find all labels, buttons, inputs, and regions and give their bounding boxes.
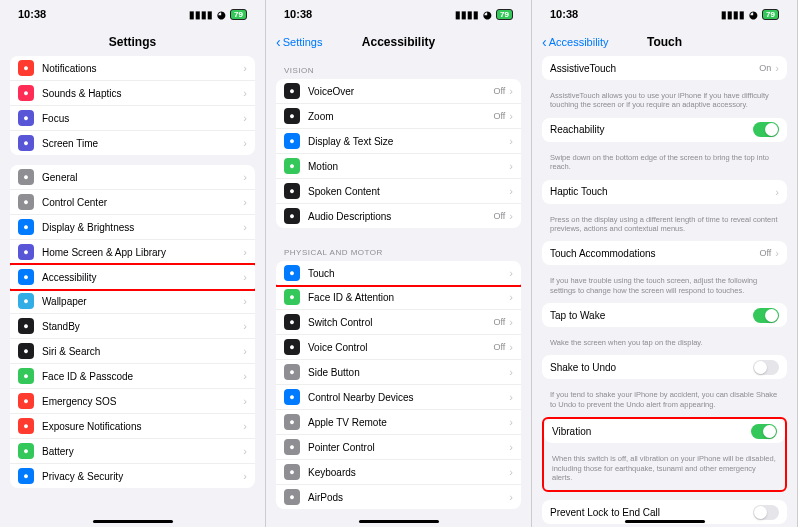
- display-icon: ●: [18, 219, 34, 235]
- standby-icon: ●: [18, 318, 34, 334]
- chevron-right-icon: ›: [243, 196, 247, 208]
- row-keyboards[interactable]: ●Keyboards›: [276, 460, 521, 485]
- row-haptic-touch[interactable]: Haptic Touch›: [542, 180, 787, 204]
- row-controlcenter[interactable]: ●Control Center›: [10, 190, 255, 215]
- status-time: 10:38: [284, 8, 312, 20]
- nearby-icon: ●: [284, 389, 300, 405]
- row-battery[interactable]: ●Battery›: [10, 439, 255, 464]
- row-label: StandBy: [42, 321, 243, 332]
- row-reachability[interactable]: Reachability: [542, 118, 787, 142]
- row-switchc[interactable]: ●Switch ControlOff›: [276, 310, 521, 335]
- row-textsize[interactable]: ●Display & Text Size›: [276, 129, 521, 154]
- chevron-right-icon: ›: [243, 62, 247, 74]
- row-label: Face ID & Passcode: [42, 371, 243, 382]
- row-appletv[interactable]: ●Apple TV Remote›: [276, 410, 521, 435]
- battery-icon: 79: [230, 9, 247, 20]
- row-notifications[interactable]: ●Notifications›: [10, 56, 255, 81]
- row-screentime[interactable]: ●Screen Time›: [10, 131, 255, 155]
- row-label: Side Button: [308, 367, 509, 378]
- row-vibration[interactable]: Vibration: [544, 419, 785, 443]
- row-siri[interactable]: ●Siri & Search›: [10, 339, 255, 364]
- voiceover-icon: ●: [284, 83, 300, 99]
- section-physical: PHYSICAL AND MOTOR: [276, 238, 521, 261]
- row-label: Focus: [42, 113, 243, 124]
- row-touch[interactable]: ●Touch›: [276, 261, 521, 287]
- row-label: Tap to Wake: [550, 310, 753, 321]
- home-indicator[interactable]: [625, 520, 705, 523]
- row-sidebtn[interactable]: ●Side Button›: [276, 360, 521, 385]
- home-indicator[interactable]: [93, 520, 173, 523]
- row-display[interactable]: ●Display & Brightness›: [10, 215, 255, 240]
- row-sos[interactable]: ●Emergency SOS›: [10, 389, 255, 414]
- chevron-right-icon: ›: [509, 416, 513, 428]
- row-accessibility[interactable]: ●Accessibility›: [10, 263, 255, 291]
- toggle[interactable]: [753, 308, 779, 323]
- row-zoom[interactable]: ●ZoomOff›: [276, 104, 521, 129]
- chevron-right-icon: ›: [243, 345, 247, 357]
- row-exposure[interactable]: ●Exposure Notifications›: [10, 414, 255, 439]
- chevron-right-icon: ›: [509, 391, 513, 403]
- chevron-right-icon: ›: [243, 470, 247, 482]
- faceatt-icon: ●: [284, 289, 300, 305]
- toggle[interactable]: [751, 424, 777, 439]
- row-label: Switch Control: [308, 317, 493, 328]
- row-label: Apple TV Remote: [308, 417, 509, 428]
- footer-text: AssistiveTouch allows you to use your iP…: [542, 88, 787, 118]
- row-general[interactable]: ●General›: [10, 165, 255, 190]
- row-pointer[interactable]: ●Pointer Control›: [276, 435, 521, 460]
- homescreen-icon: ●: [18, 244, 34, 260]
- section-vision: VISION: [276, 56, 521, 79]
- row-label: Display & Brightness: [42, 222, 243, 233]
- row-label: Notifications: [42, 63, 243, 74]
- row-assistivetouch[interactable]: AssistiveTouchOn›: [542, 56, 787, 80]
- navbar: ‹ Settings Accessibility: [266, 28, 531, 56]
- row-airpods[interactable]: ●AirPods›: [276, 485, 521, 509]
- row-value: Off: [493, 86, 505, 96]
- back-button[interactable]: ‹ Accessibility: [542, 35, 609, 49]
- controlcenter-icon: ●: [18, 194, 34, 210]
- row-audiodesc[interactable]: ●Audio DescriptionsOff›: [276, 204, 521, 228]
- row-faceatt[interactable]: ●Face ID & Attention›: [276, 285, 521, 310]
- row-shake-to-undo[interactable]: Shake to Undo: [542, 355, 787, 379]
- row-value: Off: [493, 317, 505, 327]
- row-label: Control Nearby Devices: [308, 392, 509, 403]
- row-wallpaper[interactable]: ●Wallpaper›: [10, 289, 255, 314]
- row-value: Off: [493, 111, 505, 121]
- back-button[interactable]: ‹ Settings: [276, 35, 322, 49]
- toggle[interactable]: [753, 360, 779, 375]
- row-voicec[interactable]: ●Voice ControlOff›: [276, 335, 521, 360]
- row-focus[interactable]: ●Focus›: [10, 106, 255, 131]
- chevron-right-icon: ›: [509, 466, 513, 478]
- textsize-icon: ●: [284, 133, 300, 149]
- battery-icon: ●: [18, 443, 34, 459]
- row-motion[interactable]: ●Motion›: [276, 154, 521, 179]
- row-sounds[interactable]: ●Sounds & Haptics›: [10, 81, 255, 106]
- row-standby[interactable]: ●StandBy›: [10, 314, 255, 339]
- page-title: Touch: [647, 35, 682, 49]
- chevron-right-icon: ›: [509, 135, 513, 147]
- row-privacy[interactable]: ●Privacy & Security›: [10, 464, 255, 488]
- row-faceid[interactable]: ●Face ID & Passcode›: [10, 364, 255, 389]
- signal-icon: ▮▮▮▮: [189, 9, 213, 20]
- row-tap-to-wake[interactable]: Tap to Wake: [542, 303, 787, 327]
- row-label: Siri & Search: [42, 346, 243, 357]
- chevron-right-icon: ›: [243, 112, 247, 124]
- row-touch-accommodations[interactable]: Touch AccommodationsOff›: [542, 241, 787, 265]
- chevron-right-icon: ›: [243, 295, 247, 307]
- row-nearby[interactable]: ●Control Nearby Devices›: [276, 385, 521, 410]
- home-indicator[interactable]: [359, 520, 439, 523]
- wifi-icon: ◕: [483, 9, 492, 20]
- chevron-right-icon: ›: [243, 395, 247, 407]
- row-value: On: [759, 63, 771, 73]
- row-homescreen[interactable]: ●Home Screen & App Library›: [10, 240, 255, 265]
- touch-icon: ●: [284, 265, 300, 281]
- row-voiceover[interactable]: ●VoiceOverOff›: [276, 79, 521, 104]
- switchc-icon: ●: [284, 314, 300, 330]
- row-value: Off: [493, 211, 505, 221]
- row-label: Battery: [42, 446, 243, 457]
- chevron-right-icon: ›: [243, 221, 247, 233]
- toggle[interactable]: [753, 122, 779, 137]
- row-spoken[interactable]: ●Spoken Content›: [276, 179, 521, 204]
- chevron-right-icon: ›: [509, 210, 513, 222]
- toggle[interactable]: [753, 505, 779, 520]
